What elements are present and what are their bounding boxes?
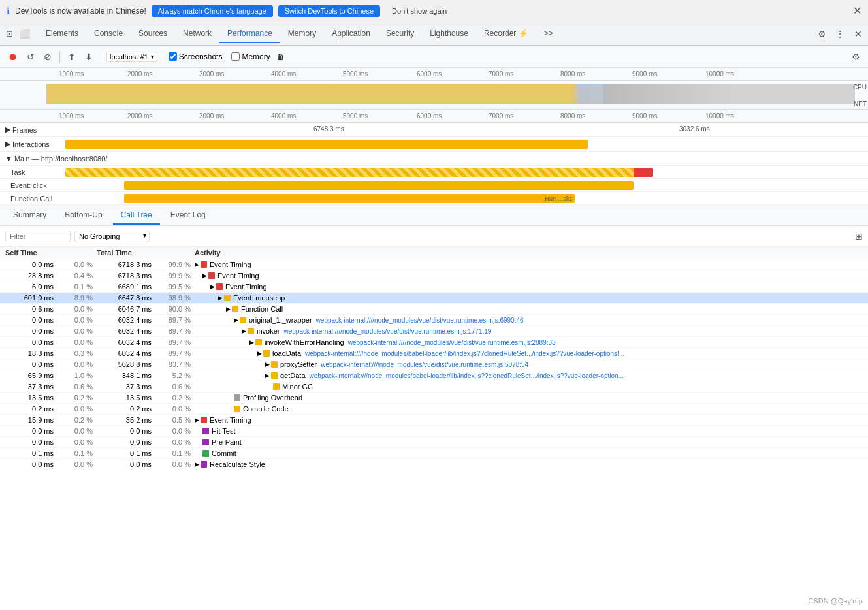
call-tree-table: Self Time Total Time Activity 0.0 ms 0.0… [0, 247, 868, 610]
tab-call-tree[interactable]: Call Tree [113, 206, 160, 225]
table-row[interactable]: 0.0 ms 0.0 % 0.0 ms 0.0 % Hit Test [0, 426, 868, 437]
cell-activity: ▶ loadData webpack-internal:////node_mod… [195, 349, 863, 357]
cell-total-pct: 89.7 % [155, 338, 195, 346]
cell-total-pct: 90.0 % [155, 305, 195, 313]
table-row[interactable]: 0.2 ms 0.0 % 0.2 ms 0.0 % Compile Code [0, 404, 868, 415]
table-row[interactable]: 0.0 ms 0.0 % 6032.4 ms 89.7 % ▶ original… [0, 315, 868, 326]
table-row[interactable]: 28.8 ms 0.4 % 6718.3 ms 99.9 % ▶ Event T… [0, 270, 868, 281]
info-icon: ℹ [7, 6, 10, 16]
table-row[interactable]: 0.0 ms 0.0 % 6032.4 ms 89.7 % ▶ invoker … [0, 326, 868, 337]
match-language-button[interactable]: Always match Chrome's language [152, 5, 273, 17]
table-row[interactable]: 0.0 ms 0.0 % 0.0 ms 0.0 % Pre-Paint [0, 437, 868, 448]
net-label: NET [854, 101, 867, 108]
table-row[interactable]: 601.0 ms 8.9 % 6647.8 ms 98.9 % ▶ Event:… [0, 293, 868, 304]
table-row[interactable]: 18.3 ms 0.3 % 6032.4 ms 89.7 % ▶ loadDat… [0, 348, 868, 359]
tab-console[interactable]: Console [86, 25, 131, 43]
timeline-ruler: 1000 ms 2000 ms 3000 ms 4000 ms 5000 ms … [0, 68, 868, 81]
table-row[interactable]: 0.0 ms 0.0 % 0.0 ms 0.0 % ▶ Recalculate … [0, 459, 868, 470]
main-arrow: ▼ [5, 155, 12, 163]
tab-sources[interactable]: Sources [131, 25, 175, 43]
cell-total-pct: 0.0 % [155, 405, 195, 413]
switch-to-chinese-button[interactable]: Switch DevTools to Chinese [278, 5, 380, 17]
memory-checkbox[interactable] [231, 52, 240, 61]
source-select[interactable]: localhost #1 ▾ [106, 52, 157, 62]
activity-link[interactable]: webpack-internal:////node_modules/babel-… [310, 372, 624, 379]
tab-recorder[interactable]: Recorder ⚡ [476, 25, 536, 43]
table-row[interactable]: 37.3 ms 0.6 % 37.3 ms 0.6 % Minor GC [0, 381, 868, 393]
activity-link[interactable]: webpack-internal:////node_modules/vue/di… [283, 328, 491, 335]
activity-label: Recalculate Style [210, 460, 265, 468]
settings-icon[interactable]: ⚙ [814, 27, 829, 41]
table-row[interactable]: 0.0 ms 0.0 % 6032.4 ms 89.7 % ▶ invokeWi… [0, 337, 868, 348]
interactions-bar [65, 140, 588, 149]
tab-application[interactable]: Application [324, 25, 378, 43]
cell-activity: ▶ getData webpack-internal:////node_modu… [195, 372, 863, 379]
frames-label[interactable]: ▶ Frames [0, 125, 65, 134]
header-total-time: Total Time [97, 249, 155, 257]
screenshots-checkbox[interactable] [169, 52, 177, 61]
table-row[interactable]: 0.0 ms 0.0 % 5628.8 ms 83.7 % ▶ proxySet… [0, 359, 868, 370]
cell-total-time: 6718.3 ms [97, 261, 155, 268]
main-label[interactable]: ▼ Main — http://localhost:8080/ [0, 155, 131, 163]
filter-input[interactable] [5, 231, 71, 242]
event-click-row: Event: click [0, 179, 868, 192]
cell-self-pct: 0.0 % [57, 427, 97, 435]
cell-self-time: 15.9 ms [5, 416, 57, 424]
cell-self-time: 0.0 ms [5, 361, 57, 368]
cell-self-pct: 0.6 % [57, 383, 97, 391]
close-devtools-icon[interactable]: ✕ [851, 27, 865, 41]
table-row[interactable]: 6.0 ms 0.1 % 6689.1 ms 99.5 % ▶ Event Ti… [0, 281, 868, 293]
devtools-inspect-icon[interactable]: ⊡ [3, 27, 16, 40]
memory-checkbox-label[interactable]: Memory [231, 52, 270, 61]
interactions-row: ▶ Interactions [0, 137, 868, 152]
cell-activity: ▶ invokeWithErrorHandling webpack-intern… [195, 338, 863, 346]
notification-close-button[interactable]: ✕ [853, 5, 861, 17]
tab-security[interactable]: Security [378, 25, 422, 43]
activity-link[interactable]: webpack-internal:////node_modules/vue/di… [348, 339, 556, 346]
tab-memory[interactable]: Memory [280, 25, 324, 43]
trash-icon[interactable]: 🗑 [277, 52, 285, 61]
tab-more[interactable]: >> [536, 25, 561, 43]
activity-link[interactable]: webpack-internal:////node_modules/babel-… [305, 350, 624, 357]
panel-layout-button[interactable]: ⊞ [855, 231, 863, 242]
cell-total-time: 37.3 ms [97, 383, 155, 391]
tab-lighthouse[interactable]: Lighthouse [422, 25, 476, 43]
record-button[interactable]: ⏺ [5, 50, 20, 63]
reload-record-button[interactable]: ↺ [24, 50, 37, 63]
activity-label: Commit [212, 449, 236, 457]
table-row[interactable]: 0.0 ms 0.0 % 6718.3 ms 99.9 % ▶ Event Ti… [0, 259, 868, 270]
activity-label: Minor GC [282, 383, 313, 391]
activity-link[interactable]: webpack-internal:////node_modules/vue/di… [321, 361, 528, 368]
event-click-content [65, 180, 868, 191]
cell-total-time: 348.1 ms [97, 372, 155, 379]
activity-link[interactable]: webpack-internal:////node_modules/vue/di… [316, 317, 524, 324]
frames-content: 6748.3 ms 3032.6 ms [65, 123, 868, 136]
table-row[interactable]: 13.5 ms 0.2 % 13.5 ms 0.2 % Profiling Ov… [0, 393, 868, 404]
table-row[interactable]: 65.9 ms 1.0 % 348.1 ms 5.2 % ▶ getData w… [0, 370, 868, 381]
screenshots-checkbox-label[interactable]: Screenshots [169, 52, 223, 61]
upload-button[interactable]: ⬆ [65, 50, 78, 63]
table-row[interactable]: 0.6 ms 0.0 % 6046.7 ms 90.0 % ▶ Function… [0, 304, 868, 315]
source-label: localhost #1 [110, 53, 148, 61]
ruler-tick-9000: 9000 ms [632, 71, 657, 78]
tab-network[interactable]: Network [175, 25, 219, 43]
table-row[interactable]: 0.1 ms 0.1 % 0.1 ms 0.1 % Commit [0, 448, 868, 459]
tab-summary[interactable]: Summary [5, 206, 54, 225]
clear-button[interactable]: ⊘ [41, 50, 54, 63]
tab-bottom-up[interactable]: Bottom-Up [57, 206, 110, 225]
tab-performance[interactable]: Performance [219, 25, 280, 43]
more-options-icon[interactable]: ⋮ [833, 27, 847, 41]
download-button[interactable]: ⬇ [82, 50, 95, 63]
activity-label: Compile Code [243, 405, 289, 413]
cell-total-pct: 0.0 % [155, 438, 195, 446]
dont-show-again-button[interactable]: Don't show again [385, 5, 453, 17]
cell-total-pct: 99.9 % [155, 261, 195, 268]
interactions-label[interactable]: ▶ Interactions [0, 140, 65, 148]
cell-total-pct: 89.7 % [155, 316, 195, 324]
tab-event-log[interactable]: Event Log [163, 206, 214, 225]
table-row[interactable]: 15.9 ms 0.2 % 35.2 ms 0.5 % ▶ Event Timi… [0, 415, 868, 426]
devtools-device-icon[interactable]: ⬜ [18, 27, 31, 40]
tab-elements[interactable]: Elements [38, 25, 86, 43]
capture-settings-button[interactable]: ⚙ [849, 50, 863, 63]
grouping-select[interactable]: No Grouping Group by Domain Group by URL [74, 231, 150, 242]
